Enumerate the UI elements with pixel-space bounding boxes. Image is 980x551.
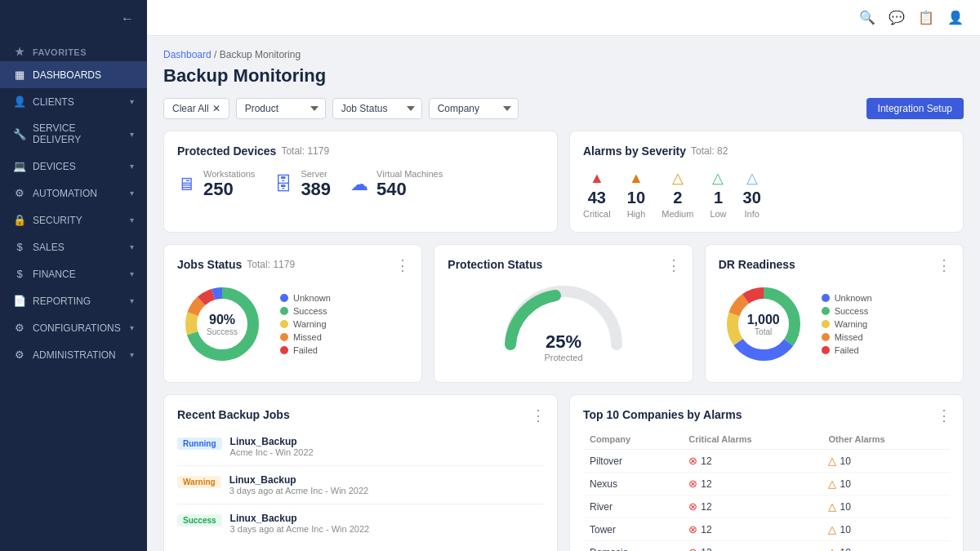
dr-donut-center: 1,000 Total <box>747 313 780 336</box>
info-alarm-icon: △ <box>746 169 758 187</box>
dr-missed-dot <box>822 333 830 341</box>
alarm-critical: ▲ 43 Critical <box>583 170 611 219</box>
table-row: Demacia ⊗ 12 △ 10 <box>583 541 950 552</box>
alarm-high: ▲ 10 High <box>627 170 646 219</box>
dr-failed-dot <box>822 346 830 354</box>
bottom-cards-row: ⋮ Recent Backup Jobs Running Linux_Backu… <box>163 394 964 551</box>
jobs-status-title: Jobs Status Total: 1179 <box>177 258 408 271</box>
reporting-icon: 📄 <box>13 295 26 307</box>
protected-devices-card: Protected Devices Total: 1179 🖥 Workstat… <box>163 131 558 233</box>
clear-all-button[interactable]: Clear All ✕ <box>163 98 229 119</box>
high-alarm-icon: ▲ <box>629 170 644 187</box>
chat-icon[interactable]: 💬 <box>889 10 905 25</box>
job-item: Running Linux_Backup Acme Inc - Win 2022 <box>177 428 544 466</box>
breadcrumb: Dashboard / Backup Monitoring <box>163 49 964 60</box>
company-filter[interactable]: Company <box>429 98 519 119</box>
sidebar-item-service-delivery[interactable]: 🔧 SERVICE DELIVERY ▾ <box>0 115 147 153</box>
device-workstations: 🖥 Workstations 250 <box>177 169 255 200</box>
legend-success: Success <box>280 306 331 316</box>
legend-missed: Missed <box>280 332 331 342</box>
breadcrumb-dashboard[interactable]: Dashboard <box>163 49 212 60</box>
main-content: 🔍 💬 📋 👤 Dashboard / Backup Monitoring Ba… <box>147 0 980 551</box>
critical-alarms-cell: ⊗ 12 <box>682 450 822 473</box>
sidebar-item-favorites[interactable]: ★ FAVORITES <box>0 38 147 61</box>
other-alarms-cell: △ 10 <box>822 495 950 518</box>
alarms-severity-card: Alarms by Severity Total: 82 ▲ 43 Critic… <box>569 131 964 233</box>
protection-status-title: Protection Status <box>448 258 679 271</box>
clients-icon: 👤 <box>13 96 26 108</box>
dr-legend-success: Success <box>822 306 872 316</box>
jobs-status-menu[interactable]: ⋮ <box>395 256 410 274</box>
product-filter[interactable]: Product <box>236 98 326 119</box>
medium-alarm-icon: △ <box>672 169 684 187</box>
chevron-down-icon: ▾ <box>130 296 134 305</box>
sidebar-item-configurations[interactable]: ⚙ CONFIGURATIONS ▾ <box>0 314 147 341</box>
workstation-icon: 🖥 <box>177 174 195 195</box>
integration-setup-button[interactable]: Integration Setup <box>866 98 964 119</box>
chevron-down-icon: ▾ <box>130 323 134 332</box>
search-icon[interactable]: 🔍 <box>859 10 875 25</box>
table-row: Nexus ⊗ 12 △ 10 <box>583 473 950 495</box>
sidebar-item-finance[interactable]: $ FINANCE ▾ <box>0 260 147 287</box>
top-companies-title: Top 10 Companies by Alarms <box>583 408 950 421</box>
dr-readiness-title: DR Readiness <box>719 258 950 271</box>
legend-unknown: Unknown <box>280 293 331 303</box>
close-icon: ✕ <box>212 103 220 114</box>
protected-devices-title: Protected Devices Total: 1179 <box>177 144 544 158</box>
company-cell: Tower <box>583 518 682 541</box>
job-item: Success Linux_Backup 3 days ago at Acme … <box>177 504 544 542</box>
col-company: Company <box>583 429 682 450</box>
sidebar-item-administration[interactable]: ⚙ ADMINISTRATION ▾ <box>0 341 147 368</box>
calendar-icon[interactable]: 📋 <box>918 10 934 25</box>
critical-alarms-cell: ⊗ 12 <box>682 518 822 541</box>
job-badge-success: Success <box>177 514 222 527</box>
dr-legend-warning: Warning <box>822 319 872 329</box>
alarms-severity-title: Alarms by Severity Total: 82 <box>583 144 950 158</box>
critical-alarms-cell: ⊗ 12 <box>682 495 822 518</box>
top-cards-row: Protected Devices Total: 1179 🖥 Workstat… <box>163 131 964 233</box>
toggle-icon: ← <box>121 11 134 26</box>
sidebar-item-dashboards[interactable]: ▦ DASHBOARDS <box>0 61 147 88</box>
critical-alarm-icon: ⊗ <box>688 500 697 513</box>
filter-bar: Clear All ✕ Product Job Status Company I… <box>163 98 964 119</box>
user-icon[interactable]: 👤 <box>947 10 964 25</box>
sidebar-item-reporting[interactable]: 📄 REPORTING ▾ <box>0 287 147 314</box>
company-cell: River <box>583 495 682 518</box>
critical-alarm-icon: ⊗ <box>688 478 697 490</box>
sidebar: ← ★ FAVORITES ▦ DASHBOARDS 👤 CLIENTS ▾ 🔧… <box>0 0 147 551</box>
jobs-status-card: ⋮ Jobs Status Total: 1179 <box>163 244 422 383</box>
protection-status-card: ⋮ Protection Status 25% Protected <box>434 244 693 383</box>
recent-jobs-menu[interactable]: ⋮ <box>531 407 546 424</box>
sidebar-item-automation[interactable]: ⚙ AUTOMATION ▾ <box>0 180 147 207</box>
sidebar-item-sales[interactable]: $ SALES ▾ <box>0 233 147 260</box>
job-badge-running: Running <box>177 438 222 450</box>
dr-readiness-menu[interactable]: ⋮ <box>937 256 951 274</box>
jobs-chart-inner: 90% Success Unknown Success <box>177 279 408 369</box>
warning-alarm-icon: △ <box>828 546 836 551</box>
col-critical: Critical Alarms <box>682 429 822 450</box>
chevron-down-icon: ▾ <box>130 189 134 198</box>
chevron-down-icon: ▾ <box>130 242 134 251</box>
protection-status-menu[interactable]: ⋮ <box>666 256 681 274</box>
col-other: Other Alarms <box>822 429 950 450</box>
low-alarm-icon: △ <box>712 169 724 187</box>
failed-dot <box>280 346 288 354</box>
vm-icon: ☁ <box>350 174 368 195</box>
sidebar-toggle[interactable]: ← <box>0 0 147 38</box>
recent-jobs-title: Recent Backup Jobs <box>177 408 544 421</box>
dr-legend-failed: Failed <box>822 345 872 355</box>
job-status-filter[interactable]: Job Status <box>332 98 422 119</box>
finance-icon: $ <box>13 268 26 280</box>
chevron-down-icon: ▾ <box>130 130 134 139</box>
device-server: 🗄 Server 389 <box>274 169 331 200</box>
top-companies-menu[interactable]: ⋮ <box>937 407 951 424</box>
sidebar-item-security[interactable]: 🔒 SECURITY ▾ <box>0 207 147 233</box>
sidebar-item-clients[interactable]: 👤 CLIENTS ▾ <box>0 88 147 115</box>
chevron-down-icon: ▾ <box>130 216 134 224</box>
breadcrumb-current: Backup Monitoring <box>220 49 301 60</box>
admin-icon: ⚙ <box>13 349 26 361</box>
sidebar-item-devices[interactable]: 💻 DEVICES ▾ <box>0 153 147 180</box>
other-alarms-cell: △ 10 <box>822 450 950 473</box>
page-title: Backup Monitoring <box>163 65 964 87</box>
alarm-info: △ 30 Info <box>743 169 761 219</box>
